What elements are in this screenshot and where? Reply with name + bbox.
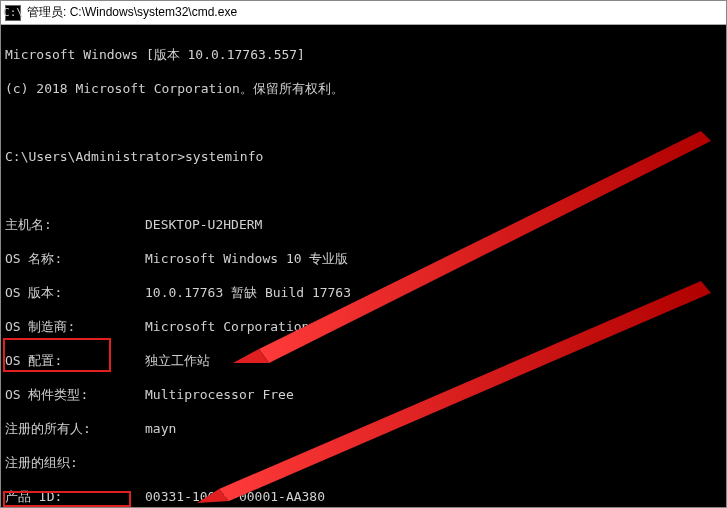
cmd-window: C:\ 管理员: C:\Windows\system32\cmd.exe Mic… [0,0,727,508]
blank [5,182,722,199]
label-os-manufacturer: OS 制造商: [5,318,145,335]
label-product-id: 产品 ID: [5,488,145,505]
terminal-output[interactable]: Microsoft Windows [版本 10.0.17763.557] (c… [1,25,726,507]
prompt-command: systeminfo [185,149,263,164]
row-os-name: OS 名称:Microsoft Windows 10 专业版 [5,250,722,267]
row-os-version: OS 版本:10.0.17763 暂缺 Build 17763 [5,284,722,301]
titlebar[interactable]: C:\ 管理员: C:\Windows\system32\cmd.exe [1,1,726,25]
value-os-manufacturer: Microsoft Corporation [145,319,309,334]
value-os-config: 独立工作站 [145,353,210,368]
cmd-icon: C:\ [5,5,21,21]
value-product-id: 00331-10000-00001-AA380 [145,489,325,504]
label-os-version: OS 版本: [5,284,145,301]
row-os-build-type: OS 构件类型:Multiprocessor Free [5,386,722,403]
value-registered-owner: mayn [145,421,176,436]
label-os-name: OS 名称: [5,250,145,267]
label-registered-org: 注册的组织: [5,454,145,471]
value-hostname: DESKTOP-U2HDERM [145,217,262,232]
row-hostname: 主机名:DESKTOP-U2HDERM [5,216,722,233]
prompt-path: C:\Users\Administrator> [5,149,185,164]
blank [5,114,722,131]
window-title: 管理员: C:\Windows\system32\cmd.exe [27,4,237,21]
label-registered-owner: 注册的所有人: [5,420,145,437]
label-hostname: 主机名: [5,216,145,233]
header-line-2: (c) 2018 Microsoft Corporation。保留所有权利。 [5,80,722,97]
label-os-config: OS 配置: [5,352,145,369]
prompt-line: C:\Users\Administrator>systeminfo [5,148,722,165]
value-os-version: 10.0.17763 暂缺 Build 17763 [145,285,351,300]
row-os-manufacturer: OS 制造商:Microsoft Corporation [5,318,722,335]
value-os-build-type: Multiprocessor Free [145,387,294,402]
value-os-name: Microsoft Windows 10 专业版 [145,251,348,266]
row-os-config: OS 配置:独立工作站 [5,352,722,369]
row-product-id: 产品 ID:00331-10000-00001-AA380 [5,488,722,505]
header-line-1: Microsoft Windows [版本 10.0.17763.557] [5,46,722,63]
row-registered-org: 注册的组织: [5,454,722,471]
row-registered-owner: 注册的所有人:mayn [5,420,722,437]
label-os-build-type: OS 构件类型: [5,386,145,403]
